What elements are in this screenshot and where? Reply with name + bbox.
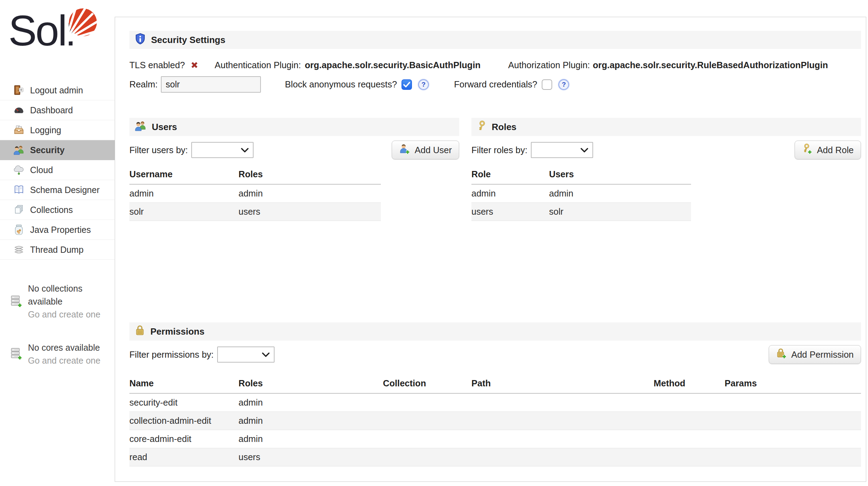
shield-info-icon — [135, 33, 146, 47]
add-user-label: Add User — [415, 145, 452, 155]
filter-users-select[interactable] — [191, 142, 254, 158]
add-user-button[interactable]: Add User — [392, 141, 459, 159]
jar-icon — [13, 224, 24, 235]
forward-credentials-checkbox[interactable] — [542, 79, 552, 90]
create-collection-link[interactable]: Go and create one — [28, 309, 100, 319]
security-people-icon — [13, 144, 24, 156]
auth-plugin-value: org.apache.solr.security.BasicAuthPlugin — [305, 60, 481, 70]
permissions-table: Name Roles Collection Path Method Params… — [129, 375, 861, 466]
sidebar-item-label: Logging — [30, 125, 61, 135]
users-section-header: Users — [129, 118, 459, 136]
sidebar-item-label: Java Properties — [30, 225, 91, 235]
roles-col-users: Users — [549, 169, 691, 179]
authz-plugin-value: org.apache.solr.security.RuleBasedAuthor… — [593, 60, 828, 70]
users-col-username: Username — [129, 169, 239, 179]
perm-col-params: Params — [725, 378, 861, 388]
solr-admin-page: Solr — [0, 0, 868, 486]
realm-row: Realm: Block anonymous requests? ? Forwa… — [129, 76, 861, 93]
page-title: Security Settings — [151, 35, 225, 45]
lock-icon — [135, 325, 145, 338]
no-cores-text: No cores available — [28, 343, 100, 352]
sidebar-item-cloud[interactable]: Cloud — [0, 160, 115, 180]
permissions-section-title: Permissions — [150, 326, 205, 337]
key-icon — [477, 120, 486, 134]
sidebar-item-label: Schema Designer — [30, 185, 100, 195]
solr-logo[interactable]: Solr — [0, 0, 115, 80]
forward-credentials-help-icon[interactable]: ? — [558, 79, 569, 90]
perm-col-roles: Roles — [239, 378, 383, 388]
table-row[interactable]: solr users — [129, 203, 381, 221]
cell-name: security-edit — [129, 398, 239, 408]
plugin-info-row: TLS enabled? Authentication Plugin: org.… — [129, 60, 861, 71]
filter-permissions-select[interactable] — [217, 346, 275, 363]
block-anonymous-checkbox[interactable] — [401, 79, 412, 90]
cloud-icon — [13, 164, 24, 176]
tls-label: TLS enabled? — [129, 60, 185, 70]
cell-name: core-admin-edit — [129, 434, 239, 444]
no-cores-note: No cores available Go and create one — [9, 341, 114, 367]
tls-disabled-icon — [189, 60, 200, 71]
sidebar-item-schema-designer[interactable]: Schema Designer — [0, 180, 115, 200]
authz-plugin-label: Authorization Plugin: — [508, 60, 590, 70]
table-row[interactable]: users solr — [471, 203, 691, 221]
block-anonymous-help-icon[interactable]: ? — [418, 79, 429, 90]
sidebar-item-label: Logout admin — [30, 85, 83, 95]
cell-roles: admin — [239, 188, 381, 199]
no-collections-text: No collections available — [28, 284, 83, 306]
sidebar-item-label: Thread Dump — [30, 245, 84, 255]
sidebar-item-logout[interactable]: Logout admin — [0, 80, 115, 100]
users-section-title: Users — [152, 122, 177, 133]
table-row[interactable]: core-admin-edit admin — [129, 430, 861, 448]
filter-roles-label: Filter roles by: — [471, 145, 527, 155]
forward-credentials-label: Forward credentials? — [454, 79, 537, 90]
add-permission-button[interactable]: Add Permission — [769, 345, 861, 364]
logging-tray-icon — [13, 124, 24, 136]
database-add-icon — [9, 347, 23, 361]
sidebar-item-collections[interactable]: Collections — [0, 200, 115, 220]
users-people-icon — [135, 120, 147, 134]
sidebar-item-label: Cloud — [30, 165, 53, 175]
perm-col-collection: Collection — [383, 378, 471, 388]
sidebar-item-label: Collections — [30, 205, 73, 215]
layers-stack-icon — [13, 244, 24, 255]
table-row[interactable]: admin admin — [129, 185, 381, 203]
table-row[interactable]: collection-admin-edit admin — [129, 412, 861, 430]
cell-name: collection-admin-edit — [129, 416, 239, 426]
sidebar-item-dashboard[interactable]: Dashboard — [0, 100, 115, 120]
cell-roles: admin — [239, 398, 383, 408]
auth-plugin-label: Authentication Plugin: — [215, 60, 301, 70]
cell-username: admin — [129, 188, 239, 199]
add-role-button[interactable]: Add Role — [795, 141, 861, 159]
roles-col-role: Role — [471, 169, 549, 179]
permissions-panel: Permissions Filter permissions by: — [129, 322, 861, 466]
main-panel: Security Settings TLS enabled? Authentic… — [115, 17, 866, 482]
table-row[interactable]: read users — [129, 448, 861, 466]
users-table: Username Roles admin admin solr users — [129, 166, 381, 221]
cell-roles: admin — [239, 416, 383, 426]
filter-roles-select[interactable] — [531, 142, 593, 158]
stacked-documents-icon — [13, 204, 24, 215]
solr-sunburst-icon — [63, 8, 98, 44]
chevron-down-icon — [241, 148, 249, 152]
perm-col-path: Path — [471, 378, 654, 388]
sidebar-item-thread-dump[interactable]: Thread Dump — [0, 240, 115, 260]
database-add-icon — [9, 295, 23, 309]
cell-role: admin — [471, 188, 549, 199]
sidebar-item-security[interactable]: Security — [0, 140, 115, 160]
key-add-icon — [802, 143, 812, 157]
chevron-down-icon — [262, 352, 270, 357]
sidebar: Solr — [0, 0, 115, 486]
cell-users: admin — [549, 188, 691, 199]
logout-door-icon — [13, 85, 24, 96]
sidebar-item-java-properties[interactable]: Java Properties — [0, 220, 115, 240]
sidebar-item-logging[interactable]: Logging — [0, 120, 115, 140]
table-row[interactable]: admin admin — [471, 185, 691, 203]
table-row[interactable]: security-edit admin — [129, 394, 861, 412]
cell-name: read — [129, 452, 239, 462]
roles-section-title: Roles — [492, 122, 517, 133]
create-core-link[interactable]: Go and create one — [28, 356, 100, 365]
cell-roles: users — [239, 207, 381, 217]
add-role-label: Add Role — [817, 145, 854, 155]
realm-input[interactable] — [161, 76, 261, 93]
add-permission-label: Add Permission — [791, 350, 854, 360]
